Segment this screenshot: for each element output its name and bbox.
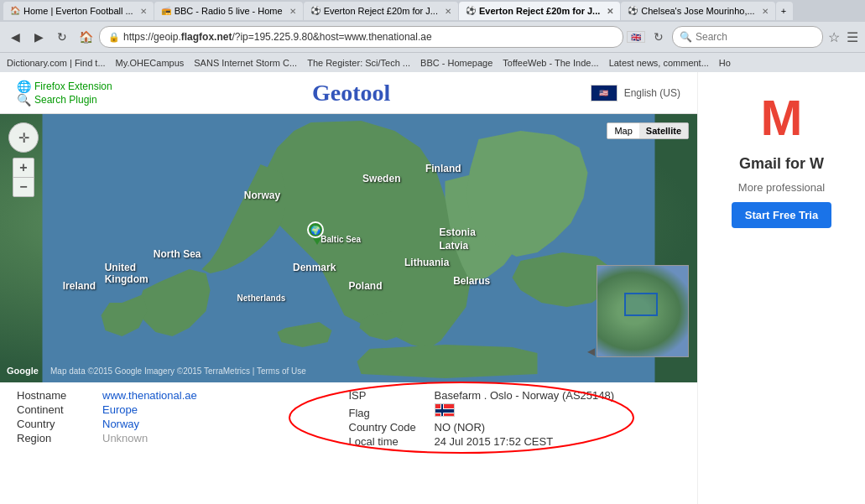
bookmarks-bar: Dictionary.com | Find t... My.OHECampus … bbox=[0, 52, 865, 72]
flag-cross-hb bbox=[435, 409, 454, 413]
tab-favicon-home: 🏠 bbox=[10, 6, 20, 16]
bookmark-dictionary[interactable]: Dictionary.com | Find t... bbox=[7, 58, 106, 68]
bookmark-sans[interactable]: SANS Internet Storm C... bbox=[194, 58, 297, 68]
region-label: Region bbox=[17, 432, 92, 444]
info-section: Hostname www.thenational.ae Continent Eu… bbox=[0, 382, 697, 455]
info-row-isp: ISP Basefarm . Oslo - Norway (AS25148) bbox=[349, 389, 681, 402]
bookmark-myohe[interactable]: My.OHECampus bbox=[116, 58, 185, 68]
home-button[interactable]: 🏠 bbox=[76, 27, 96, 47]
local-time-value: 24 Jul 2015 17:52 CEST bbox=[435, 435, 554, 448]
country-label: Country bbox=[17, 418, 92, 430]
minimap-expand-icon[interactable]: ◀ bbox=[587, 346, 595, 357]
url-domain-bold: flagfox.net bbox=[181, 31, 232, 43]
map-controls: ✛ + − bbox=[8, 122, 39, 197]
minimap-highlight bbox=[624, 293, 658, 316]
nav-bar: ◀ ▶ ↻ 🏠 🔒 https://geoip.flagfox.net/?ip=… bbox=[0, 22, 865, 52]
tab-favicon-chelsea: ⚽ bbox=[628, 6, 638, 16]
menu-icon[interactable]: ☰ bbox=[845, 28, 860, 47]
map-background: Sweden Norway Finland Estonia Latvia Lit… bbox=[0, 114, 697, 382]
info-row-region: Region Unknown bbox=[17, 432, 349, 444]
bookmark-star-icon[interactable]: ☆ bbox=[826, 28, 842, 47]
forward-button[interactable]: ▶ bbox=[29, 27, 49, 47]
new-tab-button[interactable]: + bbox=[776, 2, 793, 20]
info-right-column: ISP Basefarm . Oslo - Norway (AS25148) F… bbox=[349, 389, 681, 448]
tab-favicon-everton2: ⚽ bbox=[466, 6, 476, 16]
reload-button[interactable]: ↻ bbox=[52, 27, 72, 47]
language-selector[interactable]: English (US) bbox=[624, 87, 680, 99]
map-type-map[interactable]: Map bbox=[607, 123, 638, 138]
page-content: 🌐 Firefox Extension 🔍 Search Plugin Geot… bbox=[0, 72, 865, 504]
start-free-trial-button[interactable]: Start Free Tria bbox=[732, 202, 831, 228]
us-flag-icon: 🇺🇸 bbox=[591, 85, 617, 101]
tab-favicon-bbc: 📻 bbox=[161, 6, 171, 16]
continent-label: Continent bbox=[17, 403, 92, 416]
hostname-label: Hostname bbox=[17, 389, 92, 402]
tab-home[interactable]: 🏠 Home | Everton Football ... ✕ bbox=[3, 2, 154, 20]
hostname-value[interactable]: www.thenational.ae bbox=[102, 389, 197, 402]
site-header: 🌐 Firefox Extension 🔍 Search Plugin Geot… bbox=[0, 72, 697, 114]
region-value: Unknown bbox=[102, 432, 148, 444]
logo-text: Geotool bbox=[312, 80, 390, 106]
search-plugin-link[interactable]: Search Plugin bbox=[34, 94, 97, 106]
tab-bar: 🏠 Home | Everton Football ... ✕ 📻 BBC - … bbox=[0, 0, 865, 22]
info-row-local-time: Local time 24 Jul 2015 17:52 CEST bbox=[349, 435, 681, 448]
info-left-column: Hostname www.thenational.ae Continent Eu… bbox=[17, 389, 349, 448]
country-value[interactable]: Norway bbox=[102, 418, 139, 430]
back-button[interactable]: ◀ bbox=[5, 27, 25, 47]
search-input[interactable] bbox=[696, 31, 796, 43]
header-left: 🌐 Firefox Extension 🔍 Search Plugin bbox=[17, 80, 112, 107]
map-svg bbox=[0, 114, 697, 382]
flag-cross-vb bbox=[441, 404, 443, 416]
bookmark-ho[interactable]: Ho bbox=[719, 58, 731, 68]
zoom-out-button[interactable]: − bbox=[13, 178, 34, 196]
url-bar[interactable]: 🔒 https://geoip.flagfox.net/?ip=195.225.… bbox=[99, 26, 623, 48]
info-row-continent: Continent Europe bbox=[17, 403, 349, 416]
bookmark-bbc[interactable]: BBC - Homepage bbox=[420, 58, 492, 68]
tab-label-bbc: BBC - Radio 5 live - Home bbox=[175, 6, 283, 16]
map-section: Sweden Norway Finland Estonia Latvia Lit… bbox=[0, 114, 697, 382]
map-type-satellite[interactable]: Satellite bbox=[639, 123, 688, 138]
flag-icon: 🇬🇧 bbox=[627, 31, 645, 43]
map-marker: 🌍 bbox=[307, 221, 327, 247]
flag-label: Flag bbox=[349, 407, 425, 419]
tab-everton1[interactable]: ⚽ Everton Reject £20m for J... ✕ bbox=[304, 2, 458, 20]
tab-close-everton2[interactable]: ✕ bbox=[607, 7, 613, 16]
tab-bbc[interactable]: 📻 BBC - Radio 5 live - Home ✕ bbox=[154, 2, 303, 20]
marker-circle: 🌍 bbox=[307, 221, 324, 238]
continent-value[interactable]: Europe bbox=[102, 403, 138, 416]
local-time-label: Local time bbox=[349, 435, 425, 448]
isp-value: Basefarm . Oslo - Norway (AS25148) bbox=[435, 389, 615, 402]
refresh-button[interactable]: ↻ bbox=[649, 27, 669, 47]
zoom-in-button[interactable]: + bbox=[13, 158, 34, 177]
tab-close-chelsea[interactable]: ✕ bbox=[762, 7, 769, 16]
bookmark-latest[interactable]: Latest news, comment... bbox=[609, 58, 709, 68]
bookmark-toffeeweb[interactable]: ToffeeWeb - The Inde... bbox=[503, 58, 598, 68]
pan-control[interactable]: ✛ bbox=[8, 122, 39, 153]
info-row-country: Country Norway bbox=[17, 418, 349, 430]
zoom-control: + − bbox=[13, 158, 34, 197]
plugin-icon: 🔍 bbox=[17, 93, 31, 107]
site-logo: Geotool bbox=[112, 80, 591, 107]
tab-close-home[interactable]: ✕ bbox=[140, 7, 147, 16]
tab-label-chelsea: Chelsea's Jose Mourinho,... bbox=[641, 6, 754, 16]
info-table: Hostname www.thenational.ae Continent Eu… bbox=[17, 389, 680, 448]
country-code-label: Country Code bbox=[349, 421, 425, 434]
info-row-country-code: Country Code NO (NOR) bbox=[349, 421, 681, 434]
search-bar[interactable]: 🔍 bbox=[672, 26, 823, 48]
bookmark-register[interactable]: The Register: Sci/Tech ... bbox=[307, 58, 410, 68]
info-row-hostname: Hostname www.thenational.ae bbox=[17, 389, 349, 402]
tab-close-bbc[interactable]: ✕ bbox=[289, 7, 296, 16]
tab-everton2[interactable]: ⚽ Everton Reject £20m for J... ✕ bbox=[459, 2, 620, 20]
tab-close-everton1[interactable]: ✕ bbox=[445, 7, 451, 16]
url-path: /?ip=195.225.9.80&host=www.thenational.a… bbox=[232, 31, 431, 43]
extension-icon: 🌐 bbox=[17, 80, 31, 93]
minimap bbox=[597, 265, 689, 357]
sidebar-ad: M Gmail for W More professional Start Fr… bbox=[697, 72, 865, 504]
browser-chrome: 🏠 Home | Everton Football ... ✕ 📻 BBC - … bbox=[0, 0, 865, 72]
firefox-extension-link[interactable]: Firefox Extension bbox=[34, 81, 112, 92]
header-right: 🇺🇸 English (US) bbox=[591, 85, 680, 101]
tab-favicon-everton1: ⚽ bbox=[310, 6, 320, 16]
tab-chelsea[interactable]: ⚽ Chelsea's Jose Mourinho,... ✕ bbox=[621, 2, 774, 20]
gmail-logo-icon: M bbox=[761, 89, 803, 147]
tab-label-everton1: Everton Reject £20m for J... bbox=[324, 6, 438, 16]
